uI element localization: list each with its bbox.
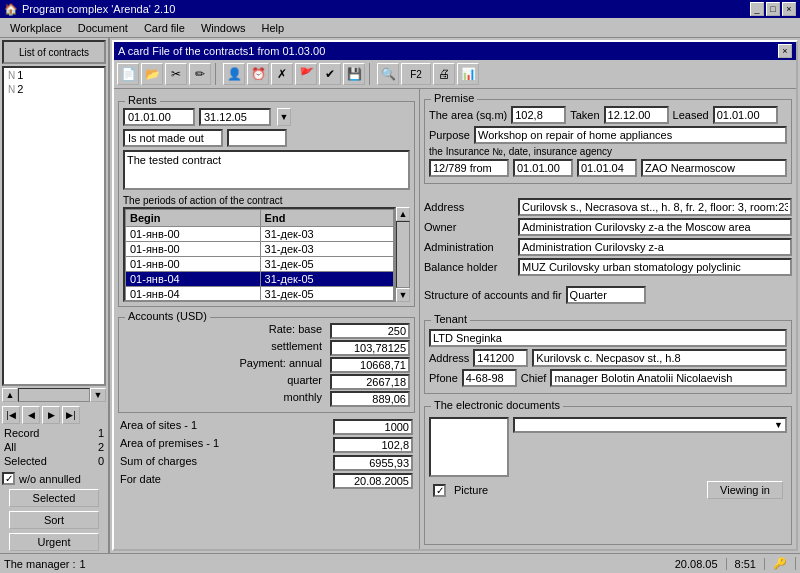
- toolbar-new[interactable]: 📄: [117, 63, 139, 85]
- toolbar-print[interactable]: 🖨: [433, 63, 455, 85]
- left-panel: List of contracts N 1 N 2 ▲ ▼ |◀ ◀: [0, 38, 110, 553]
- toolbar-flag[interactable]: 🚩: [295, 63, 317, 85]
- insurance-date2[interactable]: [577, 159, 637, 177]
- toolbar-check[interactable]: ✔: [319, 63, 341, 85]
- toolbar-edit[interactable]: ✏: [189, 63, 211, 85]
- toolbar-export[interactable]: 📊: [457, 63, 479, 85]
- period-row-3[interactable]: 01-янв-00 31-дек-05: [126, 257, 394, 272]
- owner-label: Owner: [424, 221, 514, 233]
- accounts-label: Accounts (USD): [125, 310, 210, 322]
- selected-button[interactable]: Selected: [9, 489, 99, 507]
- period-row-2[interactable]: 01-янв-00 31-дек-03: [126, 242, 394, 257]
- tenant-address-code[interactable]: [473, 349, 528, 367]
- area-value[interactable]: [511, 106, 566, 124]
- menu-help[interactable]: Help: [254, 20, 293, 36]
- menu-workplace[interactable]: Workplace: [2, 20, 70, 36]
- rent-status[interactable]: [123, 129, 223, 147]
- period-row-1[interactable]: 01-янв-00 31-дек-03: [126, 227, 394, 242]
- rent-status-detail[interactable]: [227, 129, 287, 147]
- area-sites-value[interactable]: [333, 419, 413, 435]
- toolbar-time[interactable]: ⏰: [247, 63, 269, 85]
- toolbar-person[interactable]: 👤: [223, 63, 245, 85]
- close-button[interactable]: ×: [782, 2, 796, 16]
- doc-dropdown[interactable]: ▼: [513, 417, 787, 433]
- table-scroll-down[interactable]: ▼: [396, 288, 410, 302]
- sum-charges-value[interactable]: [333, 455, 413, 471]
- leased-value[interactable]: [713, 106, 778, 124]
- accounts-group: Accounts (USD) Rate: base settlement Pay…: [118, 317, 415, 413]
- contract-item-2[interactable]: N 2: [4, 82, 104, 96]
- card-close-button[interactable]: ×: [778, 44, 792, 58]
- selected-label: Selected: [4, 455, 47, 467]
- insurance-no[interactable]: [429, 159, 509, 177]
- picture-checkbox[interactable]: ✓: [433, 484, 446, 497]
- area-premises-value[interactable]: [333, 437, 413, 453]
- tenant-address-label: Address: [429, 352, 469, 364]
- for-date-value[interactable]: [333, 473, 413, 489]
- menu-cardfile[interactable]: Card file: [136, 20, 193, 36]
- chief-value[interactable]: [550, 369, 787, 387]
- rent-note[interactable]: The tested contract: [123, 150, 410, 190]
- rent-date-from[interactable]: [123, 108, 195, 126]
- structure-value[interactable]: [566, 286, 646, 304]
- urgent-button[interactable]: Urgent: [9, 533, 99, 551]
- tenant-address-value[interactable]: [532, 349, 787, 367]
- wo-annulled-label: w/o annulled: [19, 473, 81, 485]
- phone-value[interactable]: [462, 369, 517, 387]
- toolbar-x[interactable]: ✗: [271, 63, 293, 85]
- quarter-value[interactable]: [330, 374, 410, 390]
- nav-last[interactable]: ▶|: [62, 406, 80, 424]
- taken-value[interactable]: [604, 106, 669, 124]
- wo-annulled-checkbox[interactable]: ✓: [2, 472, 15, 485]
- tenant-name[interactable]: [429, 329, 787, 347]
- for-date-label: For date: [120, 473, 161, 489]
- rent-date-to[interactable]: [199, 108, 271, 126]
- toolbar-search[interactable]: 🔍: [377, 63, 399, 85]
- toolbar-f2[interactable]: F2: [401, 63, 431, 85]
- menu-bar: Workplace Document Card file Windows Hel…: [0, 18, 800, 38]
- periods-table-container[interactable]: Begin End 01-янв-00 31-дек-03: [123, 207, 396, 302]
- contracts-list[interactable]: N 1 N 2: [2, 66, 106, 386]
- scroll-up[interactable]: ▲: [2, 388, 18, 402]
- period-row-4[interactable]: 01-янв-04 31-дек-05: [126, 272, 394, 287]
- insurance-agency[interactable]: [641, 159, 787, 177]
- period-row-5[interactable]: 01-янв-04 31-дек-05: [126, 287, 394, 302]
- insurance-date1[interactable]: [513, 159, 573, 177]
- owner-value[interactable]: [518, 218, 792, 236]
- status-date: 20.08.05: [667, 558, 727, 570]
- payment-annual-value[interactable]: [330, 357, 410, 373]
- record-label: Record: [4, 427, 39, 439]
- periods-table: Begin End 01-янв-00 31-дек-03: [125, 209, 394, 302]
- monthly-value[interactable]: [330, 391, 410, 407]
- sort-button[interactable]: Sort: [9, 511, 99, 529]
- all-label: All: [4, 441, 16, 453]
- toolbar-open[interactable]: 📂: [141, 63, 163, 85]
- maximize-button[interactable]: □: [766, 2, 780, 16]
- rents-label: Rents: [125, 94, 160, 106]
- manager-label: The manager :: [4, 558, 76, 570]
- nav-first[interactable]: |◀: [2, 406, 20, 424]
- status-time: 8:51: [727, 558, 765, 570]
- scroll-down[interactable]: ▼: [90, 388, 106, 402]
- nav-prev[interactable]: ◀: [22, 406, 40, 424]
- menu-windows[interactable]: Windows: [193, 20, 254, 36]
- toolbar-delete[interactable]: ✂: [165, 63, 187, 85]
- menu-document[interactable]: Document: [70, 20, 136, 36]
- contract-item-1[interactable]: N 1: [4, 68, 104, 82]
- toolbar-save[interactable]: 💾: [343, 63, 365, 85]
- settlement-value[interactable]: [330, 340, 410, 356]
- insurance-label: the Insurance №, date, insurance agency: [429, 146, 787, 157]
- sum-charges-label: Sum of charges: [120, 455, 197, 471]
- wo-annulled-row: ✓ w/o annulled: [0, 470, 108, 487]
- rent-scroll[interactable]: ▼: [277, 108, 291, 126]
- balance-value[interactable]: [518, 258, 792, 276]
- address-value[interactable]: [518, 198, 792, 216]
- admin-value[interactable]: [518, 238, 792, 256]
- nav-next[interactable]: ▶: [42, 406, 60, 424]
- purpose-value[interactable]: [474, 126, 787, 144]
- address-field-label: Address: [424, 201, 514, 213]
- minimize-button[interactable]: _: [750, 2, 764, 16]
- rate-base-value[interactable]: [330, 323, 410, 339]
- table-scroll-up[interactable]: ▲: [396, 207, 410, 221]
- viewing-button[interactable]: Viewing in: [707, 481, 783, 499]
